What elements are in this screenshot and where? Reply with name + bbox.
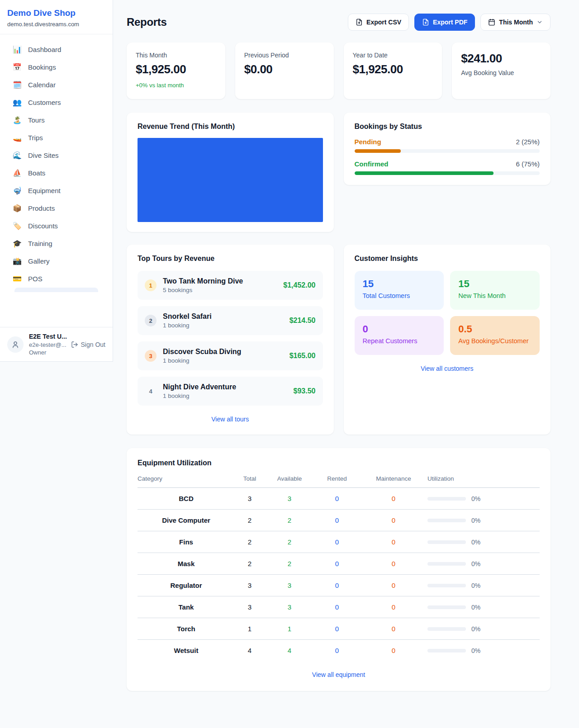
cell-available: 3: [265, 488, 314, 510]
stat-card-avg-booking-value: $241.00 Avg Booking Value: [452, 43, 551, 99]
cell-available: 2: [265, 553, 314, 575]
progress-track: [355, 149, 540, 153]
cell-rented: 0: [314, 618, 360, 640]
progress-fill-confirmed: [355, 171, 494, 175]
export-csv-button[interactable]: Export CSV: [348, 14, 409, 31]
utilization-bar: [427, 562, 466, 566]
stat-label: Avg Booking Value: [461, 69, 541, 76]
bookings-calendar-icon: 📅: [13, 63, 22, 71]
table-row: Tank 3 3 0 0 0%: [138, 596, 540, 618]
cell-category: Torch: [138, 618, 235, 640]
tour-name: Snorkel Safari: [163, 312, 212, 320]
utilization-bar: [427, 649, 466, 652]
sidebar-item-label: Equipment: [28, 187, 61, 194]
tag-icon: 🏷️: [13, 222, 22, 230]
sidebar-item-customers[interactable]: 👥Customers: [7, 94, 105, 111]
sidebar-item-dashboard[interactable]: 📊Dashboard: [7, 41, 105, 58]
export-pdf-button[interactable]: Export PDF: [414, 14, 475, 31]
utilization-percent: 0%: [471, 495, 480, 502]
stat-label: Previous Period: [244, 52, 325, 59]
top-tours-title: Top Tours by Revenue: [138, 255, 323, 263]
insight-label: Repeat Customers: [363, 337, 436, 345]
cell-total: 3: [235, 596, 265, 618]
utilization-bar: [427, 605, 466, 609]
cell-total: 4: [235, 640, 265, 662]
utilization-percent: 0%: [471, 647, 480, 654]
status-value-pending: 2 (25%): [516, 138, 540, 146]
insight-value: 0: [363, 323, 436, 335]
sidebar-item-training[interactable]: 🎓Training: [7, 235, 105, 252]
user-name: E2E Test U...: [29, 333, 105, 340]
stat-label: This Month: [136, 52, 216, 59]
tour-revenue: $165.00: [290, 352, 316, 360]
column-header-maintenance: Maintenance: [360, 475, 427, 488]
cell-total: 1: [235, 618, 265, 640]
utilization-bar: [427, 627, 466, 631]
sidebar-item-dive-sites[interactable]: 🌊Dive Sites: [7, 147, 105, 164]
status-row-pending: Pending 2 (25%): [355, 138, 540, 153]
calendar-icon: [488, 19, 495, 26]
view-all-customers-link[interactable]: View all customers: [421, 365, 473, 372]
period-dropdown[interactable]: This Month: [480, 14, 551, 31]
chevron-down-icon: [536, 19, 543, 25]
sailboat-icon: ⛵: [13, 169, 22, 177]
sidebar-item-bookings[interactable]: 📅Bookings: [7, 58, 105, 76]
sidebar-item-boats[interactable]: ⛵Boats: [7, 164, 105, 182]
sidebar-item-label: Dashboard: [28, 46, 61, 53]
sidebar-item-equipment[interactable]: 🤿Equipment: [7, 182, 105, 199]
sidebar-item-calendar[interactable]: 🗓️Calendar: [7, 76, 105, 94]
brand-block: Demo Dive Shop demo.test.divestreams.com: [0, 0, 113, 34]
status-row-confirmed: Confirmed 6 (75%): [355, 160, 540, 175]
cell-total: 3: [235, 488, 265, 510]
cell-available: 2: [265, 510, 314, 531]
cell-rented: 0: [314, 575, 360, 596]
calendar-icon: 🗓️: [13, 80, 22, 89]
user-email: e2e-tester@...: [29, 341, 66, 348]
reports-active-item-partial[interactable]: [14, 288, 98, 292]
table-row: Mask 2 2 0 0 0%: [138, 553, 540, 575]
cell-available: 3: [265, 575, 314, 596]
cell-maintenance: 0: [360, 618, 427, 640]
sign-out-button[interactable]: Sign Out: [71, 341, 105, 348]
person-icon: [11, 340, 19, 349]
revenue-trend-card: Revenue Trend (This Month): [127, 113, 334, 232]
graduation-cap-icon: 🎓: [13, 239, 22, 248]
sidebar-item-trips[interactable]: 🚤Trips: [7, 129, 105, 147]
cell-utilization: 0%: [427, 531, 540, 553]
tour-bookings: 1 booking: [163, 392, 287, 399]
tour-name: Discover Scuba Diving: [163, 348, 241, 355]
sidebar-nav: 📊Dashboard 📅Bookings 🗓️Calendar 👥Custome…: [0, 34, 113, 292]
column-header-utilization: Utilization: [427, 475, 540, 488]
sidebar-item-pos[interactable]: 💳POS: [7, 270, 105, 288]
stat-delta: +0% vs last month: [136, 82, 216, 89]
sidebar-item-tours[interactable]: 🏝️Tours: [7, 111, 105, 129]
view-all-tours-link[interactable]: View all tours: [211, 416, 249, 423]
utilization-percent: 0%: [471, 625, 480, 633]
cell-maintenance: 0: [360, 553, 427, 575]
cell-category: Wetsuit: [138, 640, 235, 662]
equipment-utilization-title: Equipment Utilization: [138, 459, 540, 467]
sidebar-item-gallery[interactable]: 📸Gallery: [7, 252, 105, 270]
table-row: Fins 2 2 0 0 0%: [138, 531, 540, 553]
table-row: Torch 1 1 0 0 0%: [138, 618, 540, 640]
table-header-row: Category Total Available Rented Maintena…: [138, 475, 540, 488]
stat-card-year-to-date: Year to Date $1,925.00: [344, 43, 442, 99]
page-header: Reports Export CSV Export PDF This Month: [127, 14, 551, 31]
column-header-available: Available: [265, 475, 314, 488]
column-header-total: Total: [235, 475, 265, 488]
sidebar-item-discounts[interactable]: 🏷️Discounts: [7, 217, 105, 235]
tour-revenue: $93.50: [294, 387, 316, 395]
dashboard-icon: 📊: [13, 45, 22, 54]
cell-utilization: 0%: [427, 618, 540, 640]
stat-card-this-month: This Month $1,925.00 +0% vs last month: [127, 43, 225, 99]
insight-label: Avg Bookings/Customer: [458, 337, 532, 345]
cell-category: Fins: [138, 531, 235, 553]
shop-domain: demo.test.divestreams.com: [7, 21, 105, 28]
stat-value: $0.00: [244, 62, 325, 76]
rank-badge: 3: [145, 350, 157, 362]
insight-tile-avg-bookings: 0.5 Avg Bookings/Customer: [450, 316, 540, 355]
cell-rented: 0: [314, 553, 360, 575]
sidebar-item-label: Discounts: [28, 222, 58, 230]
sidebar-item-products[interactable]: 📦Products: [7, 199, 105, 217]
view-all-equipment-link[interactable]: View all equipment: [312, 671, 365, 678]
